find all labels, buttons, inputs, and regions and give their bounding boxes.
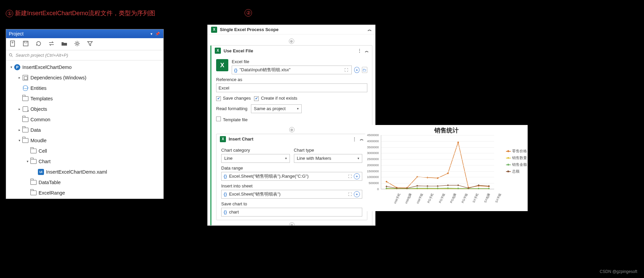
- svg-rect-3: [23, 41, 28, 46]
- more-icon[interactable]: ⋮: [352, 136, 357, 142]
- add-activity-button[interactable]: ⊕: [289, 222, 295, 226]
- excel-file-input[interactable]: {}"Data\Input\销售明细.xlsx" ⛶: [232, 66, 352, 74]
- step-number-2: ②: [245, 9, 252, 17]
- chart-category-select[interactable]: Line▾: [221, 154, 290, 163]
- collapse-icon[interactable]: ▾: [148, 32, 155, 36]
- browse-folder-button[interactable]: 🗀: [362, 67, 367, 73]
- svg-rect-45: [427, 185, 429, 187]
- use-excel-file-activity[interactable]: X Use Excel File ⋮ ︽ X Excel file {}"Dat…: [210, 45, 372, 225]
- open-folder-icon[interactable]: [61, 40, 68, 48]
- insert-chart-activity[interactable]: X Insert Chart ⋮ ︽ Chart category Line▾: [216, 134, 367, 220]
- insert-into-sheet-input[interactable]: {}Excel.Sheet("销售明细表")⛶+: [221, 190, 362, 199]
- chart-plot-area: [381, 135, 494, 189]
- watermark: CSDN @gzpingesoft: [600, 269, 637, 274]
- tree-chart-folder[interactable]: ▾Chart: [6, 156, 163, 167]
- save-changes-checkbox[interactable]: ✔Save changes: [216, 96, 251, 101]
- search-placeholder: Search project (Ctrl+Alt+P): [16, 53, 68, 58]
- tree-moudle[interactable]: ▾Moudle: [6, 135, 163, 146]
- read-formatting-select[interactable]: Same as project▾: [251, 104, 302, 113]
- svg-rect-15: [457, 141, 459, 143]
- project-title: Project: [9, 31, 24, 36]
- reference-as-input[interactable]: Excel: [216, 83, 367, 92]
- svg-rect-46: [437, 185, 439, 187]
- legend-item: 总额: [506, 169, 527, 174]
- svg-rect-48: [457, 184, 459, 186]
- create-if-not-exists-checkbox[interactable]: ✔Create if not exists: [254, 96, 297, 101]
- add-button[interactable]: +: [354, 173, 360, 179]
- collapse-icon[interactable]: ︽: [368, 27, 372, 32]
- svg-rect-41: [386, 185, 388, 187]
- tree-data[interactable]: ▸Data: [6, 125, 163, 135]
- save-chart-to-input[interactable]: {}chart: [221, 208, 362, 217]
- add-activity-button[interactable]: ⊕: [289, 39, 294, 44]
- chart-category-label: Chart category: [221, 148, 290, 153]
- add-activity-button[interactable]: ⊕: [289, 127, 295, 132]
- add-button[interactable]: +: [354, 191, 360, 197]
- tree-datatable[interactable]: DataTable: [6, 177, 163, 187]
- data-range-label: Data range: [221, 166, 362, 171]
- svg-rect-14: [447, 172, 449, 174]
- chart-legend: 零售价格销售数量销售金额总额: [506, 149, 527, 176]
- sales-chart: 销售统计 05000001000000150000020000002500000…: [365, 125, 528, 211]
- excel-file-label: Excel file: [232, 59, 367, 64]
- scope-title: Single Excel Process Scope: [220, 27, 278, 32]
- tree-cell[interactable]: Cell: [6, 146, 163, 156]
- expand-icon[interactable]: ⛶: [347, 191, 353, 197]
- project-header: Project ▾ 📌: [6, 29, 163, 38]
- pin-icon[interactable]: 📌: [155, 32, 161, 36]
- chart-title: 销售统计: [365, 125, 528, 134]
- project-tree: ▾PInsertExcelChartDemo ▸Dependencies (Wi…: [6, 60, 163, 199]
- scope-activity-header[interactable]: X Single Excel Process Scope ︽: [208, 25, 375, 34]
- new-file-icon[interactable]: [9, 40, 16, 48]
- template-file-checkbox[interactable]: Template file: [216, 117, 248, 122]
- tree-objects[interactable]: ▸Objects: [6, 104, 163, 114]
- annotation-step1: ①新建InsertExcelChartDemo流程文件，类型为序列图: [6, 9, 155, 17]
- filter-icon[interactable]: [87, 40, 93, 48]
- insert-chart-title: Insert Chart: [229, 136, 253, 142]
- chart-x-axis: HW手机HW电脑HW平板PG手机PG平板PG电脑PG平板SX手机SX电脑SX平板: [381, 191, 494, 207]
- expand-icon[interactable]: ⛶: [347, 173, 353, 179]
- chart-type-select[interactable]: Line with Markers▾: [294, 154, 363, 163]
- refresh-icon[interactable]: [35, 40, 42, 48]
- legend-item: 销售数量: [506, 155, 527, 160]
- svg-point-6: [9, 53, 12, 56]
- save-icon[interactable]: [22, 40, 29, 48]
- svg-rect-47: [447, 184, 449, 186]
- svg-line-7: [12, 55, 13, 57]
- project-toolbar: [6, 38, 163, 50]
- insert-into-sheet-label: Insert into sheet: [221, 183, 362, 188]
- legend-item: 零售价格: [506, 149, 527, 154]
- chart-y-axis: 0500000100000015000002000000250000030000…: [365, 135, 380, 189]
- reference-as-label: Reference as: [216, 77, 367, 82]
- project-search[interactable]: Search project (Ctrl+Alt+P): [6, 50, 163, 60]
- chart-type-label: Chart type: [294, 148, 363, 153]
- excel-file-icon: X: [216, 59, 228, 71]
- step-number-1: ①: [6, 10, 13, 17]
- step1-text: 新建InsertExcelChartDemo流程文件，类型为序列图: [15, 10, 155, 17]
- svg-point-5: [76, 43, 78, 45]
- more-icon[interactable]: ⋮: [357, 48, 362, 53]
- excel-icon: X: [220, 136, 226, 142]
- sync-icon[interactable]: [48, 40, 55, 48]
- expand-icon[interactable]: ⛶: [343, 67, 349, 73]
- annotation-step2: ②: [245, 9, 254, 17]
- tree-dependencies[interactable]: ▸Dependencies (Windows): [6, 72, 163, 83]
- tree-common[interactable]: Common: [6, 114, 163, 125]
- tree-entities[interactable]: Entities: [6, 83, 163, 93]
- excel-icon: X: [211, 27, 217, 33]
- collapse-icon[interactable]: ︽: [360, 136, 364, 142]
- tree-root[interactable]: ▾PInsertExcelChartDemo: [6, 62, 163, 72]
- data-range-input[interactable]: {}Excel.Sheet("销售明细表").Range("C:G")⛶+: [221, 172, 362, 181]
- add-file-button[interactable]: +: [354, 67, 360, 73]
- read-formatting-label: Read formatting: [216, 106, 248, 111]
- workflow-panel: X Single Excel Process Scope ︽ ⊕ X Use E…: [207, 25, 375, 226]
- tree-xaml-file[interactable]: UiInsertExcelChartDemo.xaml: [6, 167, 163, 177]
- tree-excelrange[interactable]: ExcelRange: [6, 187, 163, 198]
- tree-templates[interactable]: Templates: [6, 93, 163, 104]
- legend-item: 销售金额: [506, 162, 527, 167]
- settings-icon[interactable]: [74, 40, 80, 48]
- svg-rect-51: [488, 185, 490, 187]
- use-excel-title: Use Excel File: [224, 48, 253, 53]
- project-panel: Project ▾ 📌 Search project (Ctrl+Alt+P) …: [6, 29, 164, 199]
- collapse-icon[interactable]: ︽: [365, 48, 369, 53]
